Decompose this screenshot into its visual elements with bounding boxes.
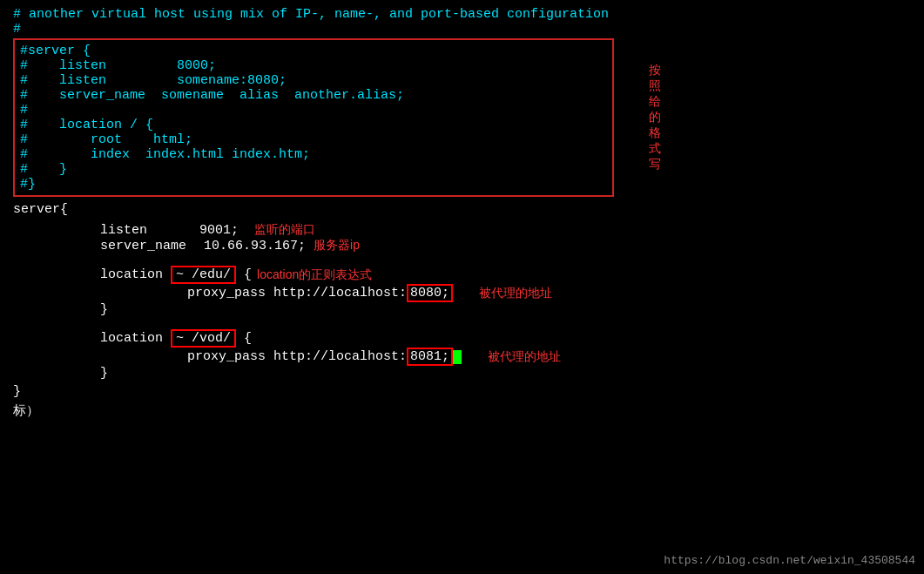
close-brace-1: } bbox=[100, 302, 911, 317]
proxy-pass-1-line: proxy_pass http://localhost: 8080; 被代理的地… bbox=[187, 284, 911, 302]
server-name-line: server_name 10.66.93.167; 服务器ip bbox=[100, 238, 911, 253]
commented-server-block: #server { # listen 8000; # listen somena… bbox=[13, 38, 614, 197]
commented-line-2: # listen 8000; bbox=[20, 58, 607, 73]
commented-line-4: # server_name somename alias another.ali… bbox=[20, 88, 607, 103]
location2-line: location ~ /vod/ { bbox=[100, 329, 911, 348]
location2-container: location ~ /vod/ { proxy_pass http://loc… bbox=[13, 329, 911, 381]
commented-line-3: # listen somename:8080; bbox=[20, 73, 607, 88]
header-comment-2: # bbox=[13, 22, 911, 37]
commented-line-10: #} bbox=[20, 177, 607, 192]
header-comment-1: # another virtual host using mix of IP-,… bbox=[13, 7, 911, 22]
location1-line: location ~ /edu/ { location的正则表达式 bbox=[100, 266, 911, 284]
commented-line-5: # bbox=[20, 103, 607, 118]
blank-line-2 bbox=[13, 317, 911, 329]
close-brace-2: } bbox=[100, 366, 911, 381]
format-annotation: 按照给的格式写 bbox=[649, 63, 661, 172]
server-open: server{ bbox=[13, 202, 911, 217]
location1-container: location ~ /edu/ { location的正则表达式 proxy_… bbox=[13, 266, 911, 317]
cursor bbox=[453, 350, 462, 364]
commented-line-9: # } bbox=[20, 162, 607, 177]
listen-line: listen 9001; 监听的端口 bbox=[100, 222, 911, 238]
code-container: # another virtual host using mix of IP-,… bbox=[0, 0, 924, 426]
commented-line-7: # root html; bbox=[20, 132, 607, 147]
bottom-text-line: 标） bbox=[13, 402, 911, 419]
commented-line-1: #server { bbox=[20, 44, 607, 58]
proxy-pass-2-line: proxy_pass http://localhost: 8081; 被代理的地… bbox=[187, 348, 911, 366]
footer-url: https://blog.csdn.net/weixin_43508544 bbox=[664, 554, 915, 567]
server-close: } bbox=[13, 384, 911, 399]
blank-line-1 bbox=[13, 253, 911, 266]
commented-line-6: # location / { bbox=[20, 118, 607, 132]
commented-line-8: # index index.html index.htm; bbox=[20, 147, 607, 162]
